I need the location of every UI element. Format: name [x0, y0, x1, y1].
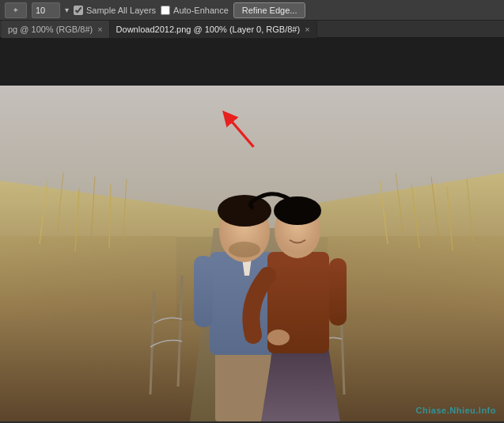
svg-rect-29 [329, 258, 347, 326]
svg-point-25 [229, 242, 260, 257]
sample-all-layers-checkbox[interactable] [74, 6, 83, 15]
svg-point-24 [218, 195, 271, 227]
photo-svg [0, 86, 504, 421]
svg-rect-20 [215, 347, 271, 421]
tab-pg[interactable]: pg @ 100% (RGB/8#) × [2, 21, 110, 38]
svg-point-32 [267, 330, 290, 345]
dark-header-area [0, 38, 504, 86]
svg-marker-27 [261, 347, 340, 421]
auto-enhance-label: Auto-Enhance [173, 6, 229, 15]
tab-download2012-close[interactable]: × [305, 25, 309, 34]
lasso-icon-glyph: ⌖ [13, 6, 18, 15]
tab-pg-close[interactable]: × [97, 25, 102, 34]
svg-marker-1 [0, 181, 222, 421]
brush-size-value: 10 [36, 6, 45, 15]
sample-all-layers-label: Sample All Layers [86, 6, 156, 15]
lasso-tool-icon[interactable]: ⌖ [5, 2, 27, 18]
svg-point-31 [274, 196, 321, 225]
svg-rect-26 [194, 256, 213, 327]
tab-download2012-label: Download2012.png @ 100% (Layer 0, RGB/8#… [116, 25, 301, 34]
image-canvas-area[interactable]: Chiase.Nhieu.Info [0, 86, 504, 421]
auto-enhance-checkbox-label[interactable]: Auto-Enhance [161, 6, 229, 15]
auto-enhance-checkbox[interactable] [161, 6, 170, 15]
tab-download2012[interactable]: Download2012.png @ 100% (Layer 0, RGB/8#… [110, 21, 317, 38]
refine-edge-button[interactable]: Refine Edge... [233, 2, 306, 18]
brush-size-input[interactable]: 10 [32, 2, 60, 18]
tab-bar: pg @ 100% (RGB/8#) × Download2012.png @ … [0, 21, 504, 38]
tab-pg-label: pg @ 100% (RGB/8#) [8, 25, 93, 34]
sample-all-layers-checkbox-label[interactable]: Sample All Layers [74, 6, 156, 15]
toolbar: ⌖ 10 ▾ Sample All Layers Auto-Enhance Re… [0, 0, 504, 21]
size-dropdown-icon[interactable]: ▾ [65, 6, 69, 14]
watermark-text: Chiase.Nhieu.Info [416, 406, 496, 415]
